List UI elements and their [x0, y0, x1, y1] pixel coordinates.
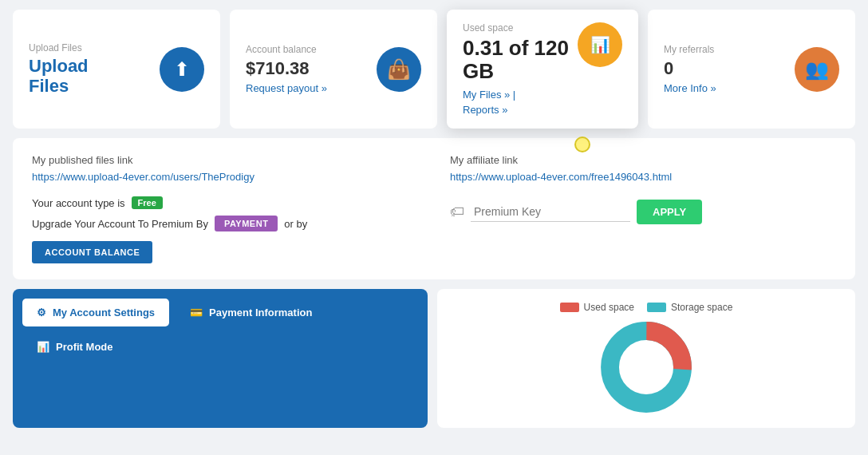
tab-account-settings[interactable]: ⚙ My Account Settings	[22, 299, 169, 326]
premium-key-row: 🏷 APPLY	[450, 200, 836, 224]
upload-files-label: Upload Files	[29, 42, 89, 53]
legend-used-space: Used space	[560, 302, 634, 313]
tab-payment-info-label: Payment Information	[209, 307, 312, 318]
wallet-icon: 👜	[387, 58, 411, 81]
bottom-left-panel: ⚙ My Account Settings 💳 Payment Informat…	[13, 289, 428, 428]
referrals-count: 0	[664, 58, 716, 79]
donut-svg	[598, 319, 694, 415]
legend-storage-label: Storage space	[671, 302, 732, 313]
legend-storage-color	[647, 303, 666, 312]
upload-files-card-content: Upload Files Upload Files	[29, 42, 89, 95]
account-balance-button[interactable]: ACCOUNT BALANCE	[32, 241, 152, 263]
referrals-card: My referrals 0 More Info » 👥	[648, 10, 855, 129]
more-info-link[interactable]: More Info »	[664, 82, 716, 94]
legend-used-color	[560, 303, 579, 312]
account-balance-card: Account balance $710.38 Request payout »…	[230, 10, 437, 129]
account-balance-label: Account balance	[246, 44, 327, 55]
storage-icon: 📊	[590, 35, 610, 54]
middle-right: My affiliate link https://www.upload-4ev…	[450, 154, 836, 263]
referrals-icon-circle: 👥	[795, 47, 839, 92]
affiliate-label: My affiliate link	[450, 154, 836, 166]
middle-left: My published files link https://www.uplo…	[32, 154, 418, 263]
upgrade-suffix: or by	[284, 218, 307, 230]
my-files-link[interactable]: My Files » |	[463, 89, 569, 101]
referrals-content: My referrals 0 More Info »	[664, 44, 716, 94]
tab-account-settings-label: My Account Settings	[53, 307, 155, 318]
account-balance-amount: $710.38	[246, 58, 327, 79]
used-space-label: Used space	[463, 22, 569, 34]
tab-row-1: ⚙ My Account Settings 💳 Payment Informat…	[22, 299, 418, 326]
free-badge: Free	[132, 196, 163, 209]
used-space-content: Used space 0.31 of 120 GB My Files » | R…	[463, 22, 569, 116]
used-space-value: 0.31 of 120 GB	[463, 37, 569, 82]
tab-profit-mode-label: Profit Mode	[56, 341, 113, 353]
published-files-label: My published files link	[32, 154, 418, 166]
apply-button[interactable]: APPLY	[637, 200, 702, 224]
upload-icon: ⬆	[174, 58, 190, 81]
bottom-right-panel: Used space Storage space	[437, 289, 855, 428]
gear-icon: ⚙	[37, 307, 46, 318]
middle-section: My published files link https://www.uplo…	[13, 138, 855, 279]
referrals-icon: 👥	[805, 58, 829, 81]
wallet-icon-circle: 👜	[377, 47, 421, 92]
donut-chart	[598, 319, 694, 415]
account-type-row: Your account type is Free	[32, 196, 418, 209]
published-files-url[interactable]: https://www.upload-4ever.com/users/ThePr…	[32, 171, 254, 183]
legend-storage-space: Storage space	[647, 302, 732, 313]
premium-key-input[interactable]	[471, 202, 630, 222]
affiliate-url[interactable]: https://www.upload-4ever.com/free1496043…	[450, 171, 672, 183]
referrals-label: My referrals	[664, 44, 716, 55]
tab-row-2: 📊 Profit Mode	[22, 333, 418, 361]
chart-legend: Used space Storage space	[560, 302, 733, 313]
tab-payment-info[interactable]: 💳 Payment Information	[176, 299, 326, 326]
bottom-section: ⚙ My Account Settings 💳 Payment Informat…	[13, 289, 855, 428]
upload-files-card: Upload Files Upload Files ⬆	[13, 10, 220, 129]
cards-row: Upload Files Upload Files ⬆ Account bala…	[0, 0, 868, 138]
payment-button[interactable]: PAYMENT	[215, 216, 278, 231]
used-space-links: My Files » | Reports »	[463, 89, 569, 116]
upgrade-prefix: Upgrade Your Account To Premium By	[32, 218, 208, 230]
card-icon: 💳	[190, 307, 203, 318]
storage-icon-circle: 📊	[578, 22, 622, 67]
key-icon: 🏷	[450, 204, 464, 220]
donut-used-segment	[610, 331, 683, 404]
chart-icon: 📊	[37, 341, 49, 353]
used-space-card: Used space 0.31 of 120 GB My Files » | R…	[447, 10, 638, 129]
reports-link[interactable]: Reports »	[463, 104, 569, 116]
account-type-prefix: Your account type is	[32, 197, 125, 209]
upload-icon-circle[interactable]: ⬆	[160, 47, 204, 92]
upgrade-row: Upgrade Your Account To Premium By PAYME…	[32, 216, 418, 231]
tab-profit-mode[interactable]: 📊 Profit Mode	[22, 333, 128, 361]
legend-used-label: Used space	[584, 302, 634, 313]
request-payout-link[interactable]: Request payout »	[246, 82, 327, 94]
account-balance-card-content: Account balance $710.38 Request payout »	[246, 44, 327, 94]
upload-files-title: Upload Files	[29, 57, 89, 95]
